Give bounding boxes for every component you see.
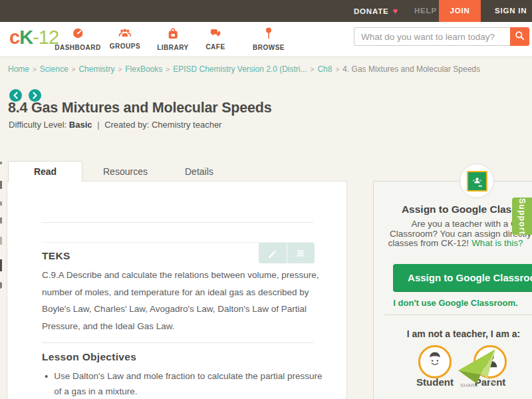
read-content-panel: TEKS C.9.A Describe and calculate the re… [7, 181, 347, 399]
student-role-button[interactable] [418, 345, 452, 378]
assign-to-google-classroom-button[interactable]: Assign to Google Classroom [393, 264, 532, 291]
google-classroom-panel: Assign to Google Classroom? Are you a te… [373, 181, 532, 399]
nav-item-dashboard[interactable]: DASHBOARD [55, 27, 101, 51]
section-tools [259, 243, 315, 263]
edit-pencil-icon[interactable] [259, 243, 287, 263]
library-backpack-icon [168, 27, 178, 42]
lesson-objectives-heading: Lesson Objectives [42, 351, 136, 363]
teks-heading: TEKS [42, 250, 70, 262]
ck12-logo[interactable]: cK-12 [9, 27, 59, 49]
browse-pin-icon [265, 27, 272, 42]
support-label: Support [517, 198, 527, 235]
ck12-lesson-page: DONATE♥ HELP JOIN SIGN IN cK-12 DASHBOAR… [0, 0, 532, 399]
clipped-toolbar-artifact [0, 162, 2, 164]
difficulty-value: Basic [69, 120, 92, 130]
clipped-toolbar-artifact [0, 259, 2, 271]
nav-label-browse: BROWSE [253, 44, 285, 51]
cafe-chat-icon [209, 27, 221, 41]
breadcrumb-separator: > [162, 66, 173, 73]
support-tab[interactable]: Support [512, 198, 532, 235]
search-input[interactable] [354, 27, 511, 46]
breadcrumb-current: 4. Gas Mixtures and Molecular Speeds [342, 65, 480, 74]
google-classroom-icon [467, 171, 487, 192]
top-utility-bar: DONATE♥ HELP JOIN SIGN IN [0, 0, 532, 22]
dont-use-classroom-link[interactable]: I don't use Google Classroom. [354, 298, 532, 308]
dashboard-gauge-icon [72, 27, 84, 42]
main-navbar: cK-12 DASHBOARD GROUPS LIBRARY CAFE BROW… [0, 22, 532, 57]
notes-list-icon[interactable] [287, 243, 315, 263]
tab-details[interactable]: Details [185, 166, 213, 177]
role-prompt: I am not a teacher, I am a: [362, 329, 532, 339]
nav-item-groups[interactable]: GROUPS [110, 27, 140, 50]
tab-resources[interactable]: Resources [103, 166, 148, 177]
objective-text: Use Dalton's Law and mole fraction to ca… [54, 368, 327, 399]
nav-label-library: LIBRARY [157, 44, 189, 51]
classroom-description: Are you a teacher with a Google Classroo… [374, 219, 532, 249]
clipped-toolbar-artifact [0, 201, 2, 205]
nav-label-groups: GROUPS [110, 43, 140, 50]
nav-label-cafe: CAFE [205, 43, 225, 51]
parent-role-button[interactable] [473, 345, 507, 378]
breadcrumb: Home>Science>Chemistry>FlexBooks>EPISD C… [8, 65, 480, 74]
breadcrumb-flexbooks[interactable]: FlexBooks [125, 65, 162, 74]
breadcrumb-separator: > [114, 66, 125, 73]
classroom-heading: Assign to Google Classroom? [374, 203, 532, 215]
classroom-description-text: classes from CK-12! [388, 238, 469, 248]
student-label[interactable]: Student [416, 376, 454, 388]
difficulty-label: Difficulty Level: [9, 120, 66, 130]
heart-icon: ♥ [393, 6, 399, 16]
join-button[interactable]: JOIN [439, 0, 481, 22]
donate-label: DONATE [354, 7, 389, 15]
breadcrumb-book[interactable]: EPISD Chemistry Version 2.0 (Distri... [173, 65, 307, 74]
classroom-description-line: classes from CK-12!What is this? [354, 239, 532, 249]
sign-in-link[interactable]: SIGN IN [495, 0, 527, 22]
lesson-meta: Difficulty Level: Basic | Created by: Ch… [9, 120, 221, 130]
nav-item-library[interactable]: LIBRARY [157, 27, 189, 51]
student-face-icon [422, 348, 448, 376]
content-divider [42, 222, 313, 223]
page-title: 8.4 Gas Mixtures and Molecular Speeds [8, 100, 271, 116]
logo-c: c [9, 27, 19, 48]
teks-body: C.9.A Describe and calculate the relatio… [42, 267, 324, 334]
tab-read[interactable]: Read [8, 161, 82, 182]
meta-separator: | [94, 120, 102, 130]
google-classroom-badge [460, 164, 494, 198]
parent-label[interactable]: Parent [475, 376, 506, 388]
classroom-description-line: Are you a teacher with a Google [374, 219, 532, 229]
breadcrumb-separator: > [68, 66, 79, 73]
clipped-toolbar-artifact [0, 217, 2, 223]
logo-k: K [19, 27, 33, 48]
breadcrumb-science[interactable]: Science [40, 65, 68, 74]
nav-item-cafe[interactable]: CAFE [205, 27, 225, 51]
breadcrumb-separator: > [29, 66, 40, 73]
what-is-this-link[interactable]: What is this? [471, 238, 523, 248]
search-button[interactable] [510, 27, 529, 46]
created-by: Created by: Chemistry teacher [104, 120, 221, 130]
donate-link[interactable]: DONATE♥ [354, 0, 398, 22]
parent-silhouette-icon [477, 348, 503, 376]
nav-label-dashboard: DASHBOARD [55, 44, 101, 51]
breadcrumb-separator: > [307, 66, 318, 73]
content-divider [42, 342, 313, 343]
breadcrumb-chemistry[interactable]: Chemistry [78, 65, 114, 74]
classroom-description-line: Classroom? You can assign directly to yo… [374, 229, 532, 239]
clipped-toolbar-artifact [0, 282, 2, 289]
breadcrumb-chapter[interactable]: Ch8 [317, 65, 332, 74]
help-link[interactable]: HELP [414, 0, 437, 22]
search-icon [515, 31, 525, 43]
sidebar-divider [384, 315, 532, 315]
breadcrumb-separator: > [332, 66, 342, 73]
objective-list-item: • Use Dalton's Law and mole fraction to … [45, 368, 327, 399]
clipped-toolbar-artifact [0, 237, 2, 245]
breadcrumb-home[interactable]: Home [8, 65, 29, 74]
clipped-toolbar-artifact [0, 181, 2, 189]
groups-people-icon [118, 27, 132, 41]
bullet-icon: • [45, 368, 48, 399]
nav-item-browse[interactable]: BROWSE [253, 27, 285, 51]
